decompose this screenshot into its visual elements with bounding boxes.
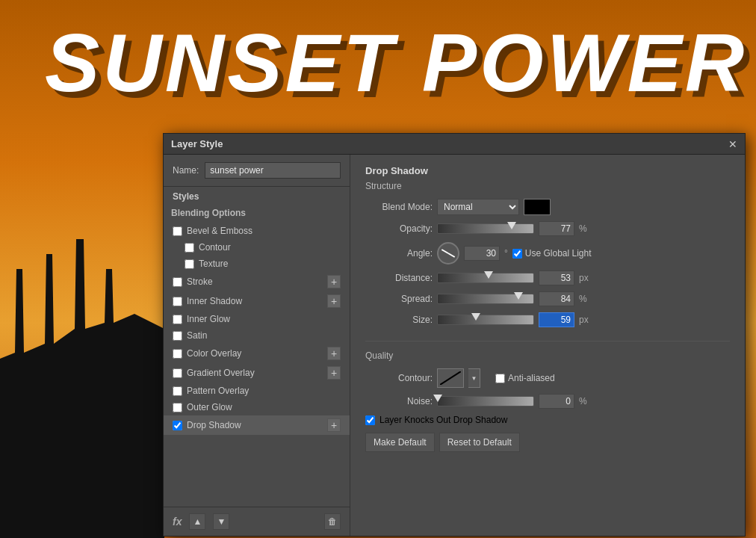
noise-slider[interactable] [437,396,534,406]
gradient-overlay-checkbox[interactable] [173,368,182,378]
layer-item-texture[interactable]: Texture [164,256,350,272]
dialog-overlay: OK Cancel New Style... Preview Layer Sty… [0,0,756,538]
outer-glow-label: Outer Glow [187,402,341,412]
opacity-thumb[interactable] [507,222,516,229]
gradient-overlay-label: Gradient Overlay [187,368,323,378]
layer-item-pattern-overlay[interactable]: Pattern Overlay [164,383,350,399]
inner-shadow-add-button[interactable]: + [327,294,341,308]
layer-item-gradient-overlay[interactable]: Gradient Overlay + [164,363,350,383]
divider1 [365,341,730,341]
distance-input[interactable] [539,270,574,285]
spread-slider[interactable] [437,294,534,304]
inner-shadow-checkbox[interactable] [173,297,182,306]
name-label: Name: [173,165,199,176]
inner-shadow-label: Inner Shadow [187,296,323,306]
angle-input[interactable] [464,246,500,261]
noise-unit: % [579,396,587,406]
quality-label: Quality [365,350,730,361]
contour-checkbox[interactable] [185,243,194,253]
distance-slider[interactable] [437,273,534,283]
inner-glow-label: Inner Glow [187,314,341,324]
dialog-close-button[interactable]: ✕ [728,139,737,149]
layer-item-outer-glow[interactable]: Outer Glow [164,399,350,415]
blending-options-label: Blending Options [171,208,341,218]
fx-label: fx [173,516,182,528]
default-buttons-row: Make Default Reset to Default [365,433,730,452]
layer-item-stroke[interactable]: Stroke + [164,272,350,291]
blend-mode-select[interactable]: Normal Multiply Screen Overlay [437,199,519,215]
stroke-add-button[interactable]: + [327,275,341,288]
outer-glow-checkbox[interactable] [173,403,182,412]
right-panel: Drop Shadow Structure Blend Mode: Normal… [350,155,745,536]
drop-shadow-add-button[interactable]: + [327,418,341,432]
dialog-body: Name: sunset power Styles Blending Optio… [164,155,745,536]
layer-list: Bevel & Emboss Contour Texture Stroke + [164,221,350,507]
spread-input[interactable] [539,291,574,306]
satin-label: Satin [187,330,341,341]
inner-glow-checkbox[interactable] [173,315,182,324]
move-down-button[interactable]: ▼ [213,513,229,530]
layer-item-inner-glow[interactable]: Inner Glow [164,311,350,327]
color-overlay-checkbox[interactable] [173,349,182,359]
anti-alias-checkbox[interactable] [495,374,505,383]
contour-preview[interactable] [437,368,464,388]
spread-row: Spread: % [365,291,730,306]
contour-row: Contour: ▼ Anti-aliased [365,368,730,388]
layer-item-drop-shadow[interactable]: Drop Shadow + [164,415,350,435]
shadow-color-swatch[interactable] [524,199,551,215]
layer-item-satin[interactable]: Satin [164,327,350,344]
pattern-overlay-checkbox[interactable] [173,386,182,396]
global-light-label[interactable]: Use Global Light [512,248,592,259]
styles-label: Styles [173,191,199,202]
angle-needle [448,253,456,258]
layer-item-inner-shadow[interactable]: Inner Shadow + [164,291,350,311]
spread-unit: % [579,294,587,304]
satin-checkbox[interactable] [173,331,182,341]
size-slider[interactable] [437,315,534,325]
noise-row: Noise: % [365,394,730,409]
blend-mode-row: Blend Mode: Normal Multiply Screen Overl… [365,199,730,215]
contour-dropdown-button[interactable]: ▼ [468,368,480,388]
global-light-checkbox[interactable] [512,249,522,259]
reset-default-button[interactable]: Reset to Default [439,433,520,452]
drop-shadow-checkbox[interactable] [173,421,182,430]
bevel-checkbox[interactable] [173,226,182,236]
blending-options-item[interactable]: Blending Options [164,205,350,221]
name-row: Name: sunset power [164,155,350,187]
gradient-overlay-add-button[interactable]: + [327,366,341,380]
layer-style-dialog: Layer Style ✕ Name: sunset power Styles … [163,133,746,537]
layer-item-color-overlay[interactable]: Color Overlay + [164,344,350,363]
pattern-overlay-label: Pattern Overlay [187,386,341,396]
noise-thumb[interactable] [433,395,442,402]
size-row: Size: px [365,312,730,327]
stroke-checkbox[interactable] [173,277,182,287]
color-overlay-add-button[interactable]: + [327,347,341,360]
size-thumb[interactable] [471,313,480,321]
left-bottom: fx ▲ ▼ 🗑 [164,507,350,536]
noise-input[interactable] [539,394,574,409]
contour-svg [440,371,461,385]
angle-dial[interactable] [437,242,459,265]
layer-item-bevel[interactable]: Bevel & Emboss [164,223,350,239]
opacity-input[interactable] [539,221,574,236]
name-input[interactable]: sunset power [205,162,341,179]
layer-item-contour[interactable]: Contour [164,239,350,256]
distance-thumb[interactable] [484,271,493,279]
noise-label: Noise: [365,396,433,406]
texture-checkbox[interactable] [185,259,194,269]
dialog-titlebar: Layer Style ✕ [164,134,745,155]
bevel-label: Bevel & Emboss [187,226,341,236]
spread-label: Spread: [365,294,433,304]
distance-label: Distance: [365,273,433,283]
anti-alias-label[interactable]: Anti-aliased [495,373,555,383]
size-input[interactable] [539,312,574,327]
move-up-button[interactable]: ▲ [189,513,205,530]
distance-unit: px [579,273,589,283]
size-unit: px [579,315,589,325]
opacity-slider[interactable] [437,223,534,234]
texture-label: Texture [199,259,341,269]
spread-thumb[interactable] [514,292,523,300]
make-default-button[interactable]: Make Default [365,433,435,452]
trash-button[interactable]: 🗑 [324,513,341,530]
knocks-checkbox[interactable] [365,415,375,425]
